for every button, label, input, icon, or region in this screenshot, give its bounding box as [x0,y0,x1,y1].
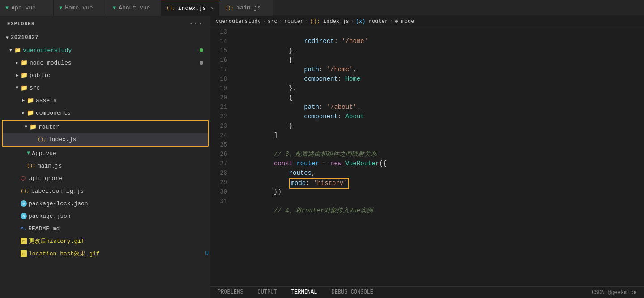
folder-label: components [36,110,71,117]
folder-icon: 📁 [30,123,37,130]
vue-icon: ▼ [5,5,9,11]
modified-badge: U [205,250,209,257]
js-icon: (); [225,5,234,11]
chevron-down-icon [13,84,21,91]
sidebar-item-node-modules[interactable]: 📁 node_modules [0,56,210,69]
tab-label: main.js [236,4,261,11]
tab-main-js[interactable]: (); main.js [219,0,273,16]
tab-problems[interactable]: PROBLEMS [210,287,251,298]
sidebar-item-gitignore[interactable]: ⬡ .gitignore [0,172,210,185]
git-icon: ⬡ [21,175,26,182]
attribution: CSDN @geekmice [592,289,644,296]
line-numbers: 13 14 15 16 17 18 19 20 21 22 23 24 25 2… [210,27,233,286]
tab-index-js[interactable]: (); index.js ✕ [161,0,219,16]
folder-label: node_modules [30,60,72,66]
file-label: index.js [48,136,76,143]
js-file-icon: (); [27,163,36,168]
code-line-24 [236,131,640,140]
vue-icon: ▼ [59,5,62,11]
code-content: redirect: '/home' }, { path: '/home', [233,27,644,286]
gif-icon: □ [21,250,27,257]
sidebar-item-root[interactable]: 20210827 [0,31,210,44]
sidebar-item-assets[interactable]: 📁 assets [0,94,210,107]
close-icon[interactable]: ✕ [210,5,213,12]
folder-label: vuerouterstudy [23,47,72,54]
sidebar-item-location-gif[interactable]: □ location hash效果.gif U [0,247,210,260]
status-dot-green [200,48,203,52]
sidebar-item-package-lock[interactable]: ⊙ package-lock.json [0,197,210,210]
folder-icon: 📁 [27,109,34,117]
sidebar-item-index-js[interactable]: (); index.js [3,133,208,146]
folder-icon: 📁 [21,59,28,66]
sidebar-item-main-js[interactable]: (); main.js [0,160,210,172]
file-label: babel.config.js [31,188,84,194]
file-label: main.js [38,163,62,169]
code-line-15: { [236,46,640,56]
gif-icon: □ [21,238,27,244]
tab-label: About.vue [119,4,150,11]
sidebar-item-app-vue[interactable]: ▼ App.vue [0,147,210,160]
vue-file-icon: ▼ [27,150,30,156]
tab-bar: ▼ App.vue ▼ Home.vue ▼ About.vue (); ind… [0,0,644,16]
code-editor[interactable]: 13 14 15 16 17 18 19 20 21 22 23 24 25 2… [210,27,644,286]
more-options-icon[interactable]: ··· [189,20,203,28]
sidebar: EXPLORER ··· 20210827 📁 vuerouterstudy 📁… [0,16,210,298]
sidebar-item-components[interactable]: 📁 components [0,107,210,119]
code-line-16: path: '/home', [236,56,640,65]
file-label: 更改后history.gif [29,237,85,245]
code-line-25: // 3、配置路由和组件之间映射关系 [236,140,640,150]
sidebar-item-public[interactable]: 📁 public [0,69,210,82]
chevron-down-icon [4,34,11,41]
tab-label: TERMINAL [291,289,317,295]
sidebar-item-package-json[interactable]: ⊙ package.json [0,210,210,222]
tab-terminal[interactable]: TERMINAL [284,287,324,298]
tab-label: index.js [178,5,206,12]
tab-app-vue[interactable]: ▼ App.vue [0,0,54,16]
chevron-right-icon [20,109,27,117]
breadcrumb-index-js: (); index.js [310,18,349,25]
file-label: location hash效果.gif [29,250,100,258]
breadcrumb-vuerouterstudy: vuerouterstudy [216,18,261,25]
json-icon: ⊙ [21,200,27,207]
folder-icon: 📁 [21,84,28,91]
md-icon: M↓ [21,226,26,231]
sidebar-item-src[interactable]: 📁 src [0,82,210,94]
folder-icon: 📁 [27,97,34,104]
sidebar-item-vuerouterstudy[interactable]: 📁 vuerouterstudy [0,44,210,56]
sidebar-item-readme[interactable]: M↓ README.md [0,222,210,235]
file-label: package.json [29,213,71,220]
sidebar-header: EXPLORER ··· [0,16,210,31]
folder-icon: 📁 [21,72,28,79]
tab-output[interactable]: OUTPUT [251,287,284,298]
tab-label: PROBLEMS [218,289,243,295]
js-file-icon: (); [38,137,47,142]
js-file-icon: (); [21,188,30,194]
folder-label: public [30,72,51,79]
file-label: App.vue [32,150,56,157]
chevron-right-icon [13,72,21,79]
sidebar-item-babel[interactable]: (); babel.config.js [0,185,210,197]
chevron-down-icon [22,123,30,130]
code-line-19: { [236,84,640,93]
tab-debug-console[interactable]: DEBUG CONSOLE [324,287,380,298]
sidebar-item-router[interactable]: 📁 router [3,121,208,133]
folder-label: assets [36,97,57,104]
explorer-label: EXPLORER [7,21,35,26]
tab-label: DEBUG CONSOLE [331,289,373,295]
chevron-right-icon [13,59,21,66]
folder-label: src [30,85,40,91]
folder-icon: 📁 [14,47,21,54]
tab-label: Home.vue [65,4,93,11]
tab-label: OUTPUT [258,289,277,295]
router-folder-highlight: 📁 router (); index.js [2,120,209,147]
js-icon: (); [166,5,175,11]
main-content: EXPLORER ··· 20210827 📁 vuerouterstudy 📁… [0,16,644,298]
code-line-23: ] [236,121,640,131]
status-dot-gray [200,61,203,65]
editor: vuerouterstudy › src › router › (); inde… [210,16,644,298]
file-label: README.md [28,225,60,232]
code-line-13: redirect: '/home' [236,27,640,37]
tab-about-vue[interactable]: ▼ About.vue [107,0,161,16]
tab-home-vue[interactable]: ▼ Home.vue [54,0,107,16]
sidebar-item-history-gif[interactable]: □ 更改后history.gif [0,235,210,247]
